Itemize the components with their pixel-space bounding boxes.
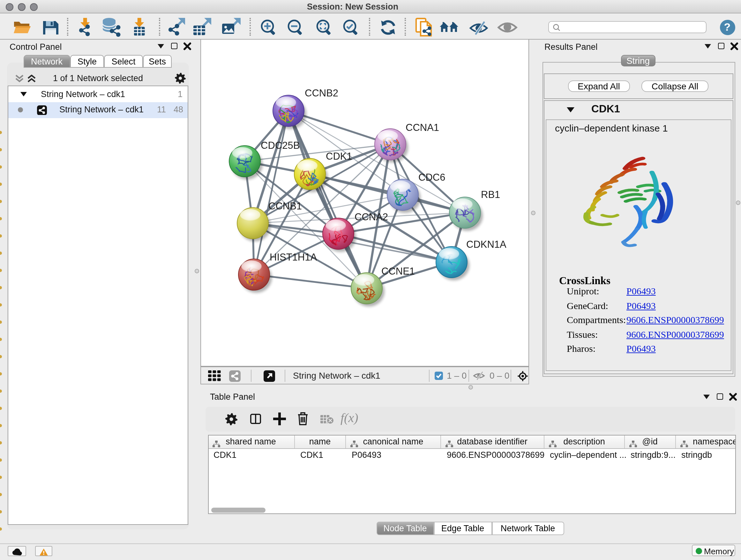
svg-text:CCNE1: CCNE1 (381, 266, 415, 277)
svg-text:RB1: RB1 (481, 189, 500, 200)
svg-text:CDKN1A: CDKN1A (466, 239, 507, 250)
svg-text:CDK1: CDK1 (326, 151, 352, 162)
svg-text:CCNA2: CCNA2 (354, 211, 388, 223)
svg-text:CCNB1: CCNB1 (268, 200, 302, 212)
svg-text:CDC25B: CDC25B (261, 140, 300, 151)
svg-text:CDC6: CDC6 (418, 172, 445, 183)
svg-text:CCNA1: CCNA1 (406, 122, 439, 133)
svg-text:CCNB2: CCNB2 (305, 87, 338, 99)
svg-text:HIST1H1A: HIST1H1A (270, 252, 317, 263)
